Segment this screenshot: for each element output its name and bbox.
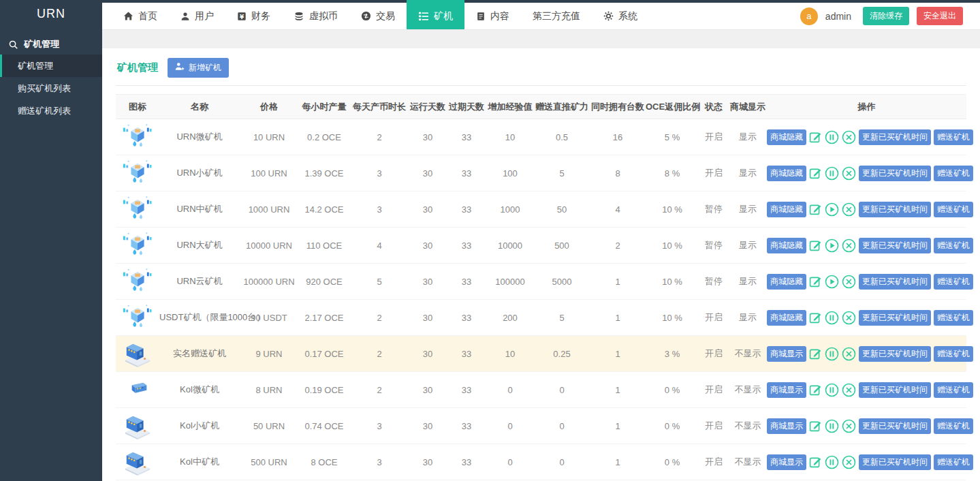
nav-item-交易[interactable]: 交易 (349, 0, 407, 29)
close-icon[interactable] (842, 311, 856, 325)
pause-icon[interactable] (825, 419, 839, 433)
shop-toggle-button[interactable]: 商城隐藏 (767, 166, 806, 181)
gift-miner-button[interactable]: 赠送矿机 (934, 129, 973, 145)
play-icon[interactable] (825, 238, 839, 253)
nav-item-首页[interactable]: 首页 (112, 0, 169, 29)
actions-cell: 商城隐藏更新已买矿机时间赠送矿机 (767, 119, 966, 155)
nav-item-财务[interactable]: ¥财务 (225, 0, 282, 29)
gift-miner-button[interactable]: 赠送矿机 (934, 418, 973, 434)
edit-icon[interactable] (809, 311, 822, 324)
update-bought-time-button[interactable]: 更新已买矿机时间 (859, 454, 931, 470)
edit-icon[interactable] (809, 420, 822, 433)
status-text: 开启 (699, 300, 729, 336)
nav-item-矿机[interactable]: 矿机 (407, 0, 464, 29)
hourly-output: 0.74 OCE (298, 408, 350, 444)
shop-toggle-button[interactable]: 商城隐藏 (767, 310, 806, 326)
pause-icon[interactable] (825, 455, 839, 469)
update-bought-time-button[interactable]: 更新已买矿机时间 (859, 310, 931, 326)
update-bought-time-button[interactable]: 更新已买矿机时间 (859, 238, 931, 253)
close-icon[interactable] (842, 455, 856, 469)
play-icon[interactable] (825, 275, 839, 289)
shop-toggle-button[interactable]: 商城隐藏 (767, 274, 806, 290)
sidebar-item-赠送矿机列表[interactable]: 赠送矿机列表 (0, 99, 102, 122)
edit-icon[interactable] (809, 131, 822, 144)
gift-miner-button[interactable]: 赠送矿机 (934, 238, 973, 253)
gift-miner-button[interactable]: 赠送矿机 (934, 382, 973, 398)
edit-icon[interactable] (809, 347, 822, 360)
nav-item-用户[interactable]: 用户 (169, 0, 225, 29)
gift-miner-button[interactable]: 赠送矿机 (934, 346, 973, 362)
pause-icon[interactable] (825, 383, 839, 397)
shop-toggle-button[interactable]: 商城显示 (767, 418, 806, 434)
edit-icon[interactable] (809, 239, 822, 252)
close-icon[interactable] (842, 238, 856, 253)
gift-miner-button[interactable]: 赠送矿机 (934, 166, 973, 181)
shop-toggle-button[interactable]: 商城隐藏 (767, 129, 806, 145)
column-header-每天产币时长: 每天产币时长 (350, 95, 409, 119)
actions-cell: 商城隐藏更新已买矿机时间赠送矿机 (767, 191, 966, 228)
gift-miner-button[interactable]: 赠送矿机 (934, 310, 973, 326)
gift-miner-button[interactable]: 赠送矿机 (934, 202, 973, 217)
sidebar-group-miner-management[interactable]: 矿机管理 (0, 34, 102, 55)
pause-icon[interactable] (825, 130, 839, 144)
pause-icon[interactable] (825, 347, 839, 361)
edit-icon[interactable] (809, 456, 822, 469)
sidebar-item-矿机管理[interactable]: 矿机管理 (0, 55, 102, 77)
table-row: URN大矿机10000 URN110 OCE4303310000500210 %… (116, 228, 966, 264)
close-icon[interactable] (842, 347, 856, 361)
nav-item-系统[interactable]: 系统 (592, 0, 649, 29)
shop-toggle-button[interactable]: 商城显示 (767, 346, 806, 362)
update-bought-time-button[interactable]: 更新已买矿机时间 (859, 382, 931, 398)
nav-item-内容[interactable]: 内容 (464, 0, 521, 29)
avatar[interactable]: a (800, 7, 818, 25)
edit-icon[interactable] (809, 203, 822, 216)
pause-icon[interactable] (825, 166, 839, 181)
table-header-row: 图标名称价格每小时产量每天产币时长运行天数过期天数增加经验值赠送直推矿力同时拥有… (116, 95, 966, 119)
content: 矿机管理 新增矿机 图标名称价格每小时产量每天产币时长运行天数过期天数增加经验值… (102, 48, 980, 481)
edit-icon[interactable] (809, 167, 822, 180)
update-bought-time-button[interactable]: 更新已买矿机时间 (859, 418, 931, 434)
close-icon[interactable] (842, 275, 856, 289)
shop-toggle-button[interactable]: 商城显示 (767, 454, 806, 470)
close-icon[interactable] (842, 130, 856, 144)
play-icon[interactable] (825, 202, 839, 217)
sidebar-group-label: 矿机管理 (24, 38, 59, 50)
breadcrumb-bar (102, 30, 980, 48)
nav-item-第三方充值[interactable]: 第三方充值 (521, 0, 592, 29)
user-add-icon (175, 62, 185, 73)
edit-icon[interactable] (809, 275, 822, 288)
clear-cache-button[interactable]: 清除缓存 (863, 7, 909, 25)
run-days: 30 (409, 119, 447, 155)
nav-item-虚拟币[interactable]: 虚拟币 (282, 0, 349, 29)
logout-button[interactable]: 安全退出 (917, 7, 963, 25)
hourly-output: 0.2 OCE (298, 119, 350, 155)
edit-icon[interactable] (809, 384, 822, 397)
expire-days: 33 (447, 155, 486, 191)
shop-toggle-button[interactable]: 商城隐藏 (767, 202, 806, 217)
update-bought-time-button[interactable]: 更新已买矿机时间 (859, 166, 931, 181)
exp-gain: 0 (486, 444, 534, 480)
table-row: URN微矿机10 URN0.2 OCE23033100.5165 %开启显示商城… (116, 119, 966, 155)
update-bought-time-button[interactable]: 更新已买矿机时间 (859, 346, 931, 362)
gift-miner-button[interactable]: 赠送矿机 (934, 274, 973, 290)
daily-coin-hours: 2 (350, 119, 409, 155)
shop-toggle-button[interactable]: 商城显示 (767, 382, 806, 398)
add-miner-button[interactable]: 新增矿机 (168, 58, 229, 78)
table-row: Kol小矿机50 URN0.74 OCE330330010 %开启不显示商城显示… (116, 408, 966, 444)
oce-rebate: 10 % (646, 228, 699, 264)
update-bought-time-button[interactable]: 更新已买矿机时间 (859, 129, 931, 145)
pause-icon[interactable] (825, 311, 839, 325)
gift-miner-button[interactable]: 赠送矿机 (934, 454, 973, 470)
update-bought-time-button[interactable]: 更新已买矿机时间 (859, 202, 931, 217)
shop-toggle-button[interactable]: 商城隐藏 (767, 238, 806, 253)
sidebar-item-购买矿机列表[interactable]: 购买矿机列表 (0, 77, 102, 99)
close-icon[interactable] (842, 419, 856, 433)
hourly-output: 920 OCE (298, 264, 350, 300)
gift-push-power: 0.5 (534, 119, 590, 155)
close-icon[interactable] (842, 166, 856, 181)
update-bought-time-button[interactable]: 更新已买矿机时间 (859, 274, 931, 290)
close-icon[interactable] (842, 383, 856, 397)
svg-text:¥: ¥ (240, 13, 244, 20)
close-icon[interactable] (842, 202, 856, 217)
price: 9 URN (240, 336, 298, 372)
